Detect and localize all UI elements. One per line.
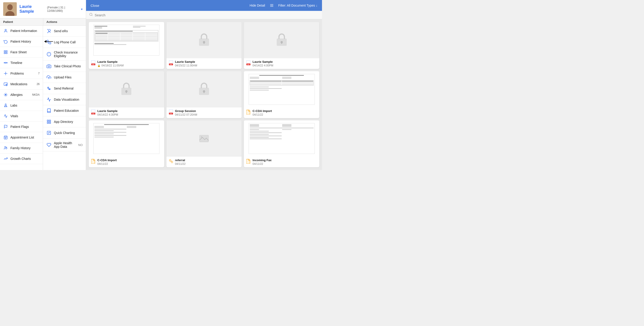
arrow-indicator [44, 41, 53, 42]
svg-text:PDF: PDF [247, 64, 250, 65]
svg-text:PDF: PDF [92, 113, 94, 114]
sidebar-item-growth-charts[interactable]: Growth Charts [0, 153, 43, 164]
svg-rect-52 [204, 42, 204, 44]
doc-footer: PDF Laurie Sample 🔒 04/18/22 11:00AM [89, 58, 164, 69]
svg-rect-66 [126, 91, 127, 93]
document-icon [246, 109, 251, 115]
referral-doc-icon [169, 158, 173, 164]
filter-button[interactable]: Filter: All Document Types ↓ [278, 4, 318, 7]
timeline-icon [3, 60, 8, 65]
family-icon [3, 145, 8, 150]
action-check-insurance[interactable]: Check Insurance Eligibility [43, 48, 86, 61]
document-card[interactable]: PDF Laurie Sample 04/15/22 11:00AM [166, 22, 242, 69]
action-app-directory[interactable]: App Directory [43, 116, 86, 127]
svg-line-45 [92, 15, 92, 16]
calendar-list-icon [3, 135, 8, 140]
doc-footer: PDF Laurie Sample 04/15/22 11:00AM [166, 58, 242, 69]
doc-meta: Incoming Fax 04/11/22 [252, 158, 272, 166]
apps-icon [46, 119, 52, 124]
sidebar-item-appointment-list[interactable]: Appointment List [0, 132, 43, 143]
lock-icon-wrap [166, 22, 242, 58]
doc-meta: Laurie Sample 04/15/22 11:00AM [175, 60, 197, 67]
svg-rect-73 [204, 91, 204, 93]
pdf-icon: PDF [91, 109, 96, 115]
pdf-icon: PDF [169, 60, 173, 66]
close-button[interactable]: Close [90, 4, 99, 8]
sidebar-item-allergies[interactable]: Allergies NKDA [0, 90, 43, 100]
svg-point-8 [5, 62, 6, 64]
sidebar-item-labs[interactable]: Labs [0, 100, 43, 111]
camera-icon [46, 64, 52, 69]
svg-rect-36 [49, 122, 51, 123]
svg-rect-5 [6, 51, 7, 52]
action-log-phone-call[interactable]: Log Phone Call [43, 37, 86, 48]
doc-footer: PDF Laurie Sample 04/14/22 4:00PM [244, 58, 319, 69]
svg-point-80 [201, 136, 202, 138]
documents-grid: PDF Laurie Sample 🔒 04/18/22 11:00AM [86, 19, 322, 170]
sidebar-item-vitals[interactable]: Vitals [0, 111, 43, 121]
doc-meta: Laurie Sample 04/14/22 4:30PM [97, 109, 118, 116]
doc-preview [244, 120, 319, 157]
action-upload-files[interactable]: Upload Files [43, 72, 86, 83]
avatar [3, 2, 17, 16]
sidebar-item-medications[interactable]: Medications 26 [0, 79, 43, 90]
action-quick-charting[interactable]: Quick Charting [43, 127, 86, 138]
svg-point-1 [7, 4, 13, 10]
list-view-button[interactable] [270, 4, 274, 8]
doc-meta: referral 04/11/22 [175, 158, 186, 166]
document-card[interactable]: PDF Group Session 04/11/22 07:20AM [166, 71, 242, 118]
action-patient-education[interactable]: Patient Education [43, 105, 86, 116]
action-take-clinical-photo[interactable]: Take Clinical Photo [43, 61, 86, 72]
charting-icon [46, 130, 52, 135]
sidebar-item-problems[interactable]: Problems 7 [0, 68, 43, 79]
svg-point-23 [5, 146, 6, 147]
document-card[interactable]: Incoming Fax 04/11/22 [244, 120, 319, 167]
referral-icon [46, 86, 52, 91]
columns-header: Patient Actions [0, 18, 86, 26]
menu-columns: Patient Information Patient History [0, 26, 86, 170]
action-send-erx[interactable]: Send eRx [43, 26, 86, 37]
lock-icon-wrap [89, 71, 164, 107]
document-card[interactable]: PDF Laurie Sample 04/14/22 4:00PM [244, 22, 319, 69]
growth-icon [3, 156, 8, 161]
insurance-icon [46, 52, 52, 57]
action-data-visualization[interactable]: Data Visualization [43, 94, 86, 105]
action-apple-health[interactable]: Apple Health App Data NO [43, 138, 86, 151]
search-input[interactable] [95, 13, 319, 17]
svg-rect-7 [6, 53, 7, 54]
doc-preview [244, 22, 319, 58]
doc-meta: Laurie Sample 04/14/22 4:00PM [252, 60, 273, 67]
sidebar-item-face-sheet[interactable]: Face Sheet [0, 47, 43, 58]
patient-column-header: Patient [0, 18, 43, 25]
document-card[interactable]: C-CDA Import 04/11/22 [89, 120, 164, 167]
phone-icon [46, 40, 52, 45]
sidebar-item-timeline[interactable]: Timeline [0, 58, 43, 68]
flower-icon [3, 92, 8, 97]
sidebar-item-patient-flags[interactable]: Patient Flags [0, 121, 43, 132]
sidebar-item-family-history[interactable]: Family History [0, 143, 43, 153]
document-card[interactable]: PDF Laurie Sample 04/14/22 4:30PM [89, 71, 164, 118]
svg-text:PDF: PDF [170, 113, 172, 114]
action-send-referral[interactable]: Send Referral [43, 83, 86, 94]
beaker-icon [3, 103, 8, 108]
chart-icon [46, 97, 52, 102]
patient-name[interactable]: Laurie Sample (Female | 31 | 12/08/1990)… [20, 4, 83, 14]
svg-text:PDF: PDF [92, 64, 94, 65]
svg-rect-33 [47, 120, 49, 121]
pdf-icon: PDF [246, 60, 251, 66]
lock-small: 🔒 [97, 64, 100, 67]
svg-line-25 [49, 31, 50, 33]
sidebar-item-patient-history[interactable]: Patient History [0, 36, 43, 47]
document-card[interactable]: referral 04/11/22 [166, 120, 242, 167]
hide-detail-button[interactable]: Hide Detail [250, 4, 265, 7]
document-card[interactable]: C-CDA Import 04/11/22 [244, 71, 319, 118]
document-card[interactable]: PDF Laurie Sample 🔒 04/18/22 11:00AM [89, 22, 164, 69]
doc-meta: C-CDA Import 04/11/22 [252, 109, 272, 116]
flag-icon [3, 124, 8, 129]
referral-preview [166, 120, 242, 157]
doc-preview-content [93, 123, 160, 154]
sidebar-item-patient-information[interactable]: Patient Information [0, 26, 43, 36]
actions-menu: Send eRx Log Phone Call [43, 26, 86, 170]
doc-footer: C-CDA Import 04/11/22 [244, 107, 319, 118]
fax-icon [246, 158, 251, 164]
